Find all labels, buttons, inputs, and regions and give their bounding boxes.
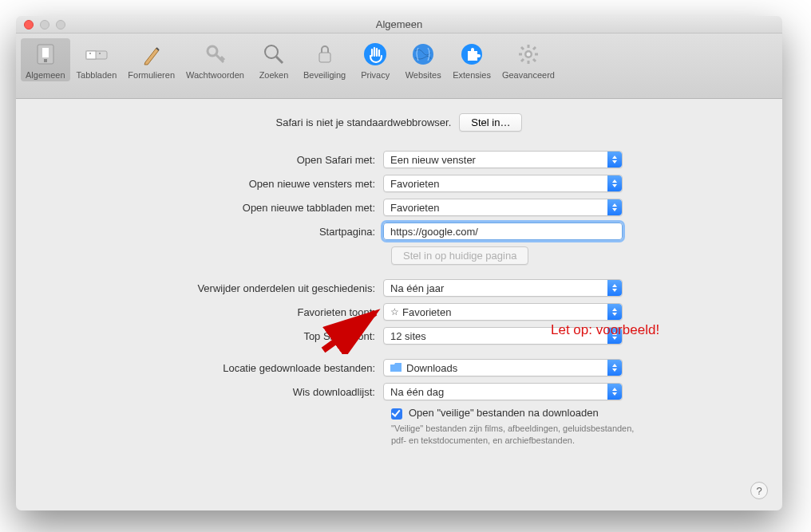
open-safari-with-label: Open Safari met:	[40, 154, 383, 166]
tab-advanced[interactable]: Geavanceerd	[497, 38, 560, 81]
folder-icon	[390, 362, 402, 374]
favorites-shows-popup[interactable]: ☆ Favorieten	[383, 303, 623, 321]
globe-icon	[410, 41, 436, 67]
popup-value: Favorieten	[390, 178, 439, 190]
open-safe-files-label: Open "veilige" bestanden na downloaden	[409, 407, 599, 419]
popup-value: Favorieten	[402, 306, 451, 318]
popup-value: Downloads	[406, 362, 457, 374]
tab-label: Algemeen	[26, 70, 65, 80]
key-icon	[203, 41, 228, 67]
open-safe-files-checkbox[interactable]	[391, 408, 402, 420]
chevron-updown-icon	[607, 152, 622, 167]
open-new-windows-label: Open nieuwe vensters met:	[40, 178, 383, 190]
svg-point-6	[99, 53, 101, 54]
window-title: Algemeen	[16, 18, 782, 30]
popup-value: Een nieuw venster	[390, 154, 476, 166]
set-to-current-page-button[interactable]: Stel in op huidige pagina	[391, 246, 528, 265]
homepage-field[interactable]: https://google.com/	[383, 223, 623, 240]
default-browser-message: Safari is niet je standaardwebbrowser.	[276, 116, 452, 128]
popup-value: 12 sites	[390, 330, 426, 342]
tab-privacy[interactable]: Privacy	[352, 38, 398, 81]
gear-icon	[516, 41, 541, 67]
general-icon	[33, 41, 58, 67]
remove-history-popup[interactable]: Na één jaar	[383, 279, 623, 297]
tab-label: Beveiliging	[303, 70, 346, 80]
tab-websites[interactable]: Websites	[400, 38, 446, 81]
popup-value: Na één dag	[390, 386, 444, 398]
svg-point-5	[89, 53, 91, 54]
search-icon	[261, 41, 287, 67]
tab-label: Zoeken	[259, 70, 289, 80]
svg-rect-1	[42, 48, 49, 57]
tab-security[interactable]: Beveiliging	[299, 38, 350, 81]
tab-autofill[interactable]: Formulieren	[123, 38, 180, 81]
topsites-shows-label: Top Sites toont:	[40, 330, 383, 342]
titlebar: Algemeen	[16, 16, 782, 33]
tab-label: Websites	[406, 70, 441, 80]
svg-point-8	[265, 45, 278, 58]
set-default-browser-button[interactable]: Stel in…	[459, 113, 522, 132]
tab-label: Tabbladen	[77, 70, 117, 80]
tab-label: Geavanceerd	[502, 70, 555, 80]
tab-label: Formulieren	[128, 70, 175, 80]
tab-search[interactable]: Zoeken	[251, 38, 297, 81]
tab-general[interactable]: Algemeen	[21, 38, 70, 81]
open-safe-files-help: "Veilige" bestanden zijn films, afbeeldi…	[391, 423, 647, 447]
tabs-icon	[84, 41, 109, 67]
popup-value: Favorieten	[390, 202, 439, 214]
clear-downloads-label: Wis downloadlijst:	[40, 386, 383, 398]
open-new-tabs-label: Open nieuwe tabbladen met:	[40, 202, 383, 214]
svg-rect-2	[44, 59, 47, 62]
clear-downloads-popup[interactable]: Na één dag	[383, 383, 623, 400]
puzzle-icon	[459, 41, 485, 67]
pen-icon	[139, 41, 164, 67]
open-new-tabs-popup[interactable]: Favorieten	[383, 199, 623, 216]
homepage-value: https://google.com/	[390, 226, 478, 238]
chevron-updown-icon	[607, 304, 622, 320]
homepage-label: Startpagina:	[40, 226, 383, 238]
favorites-shows-label: Favorieten toont:	[40, 306, 383, 318]
tab-tabs[interactable]: Tabbladen	[72, 38, 122, 81]
tab-label: Privacy	[361, 70, 390, 80]
chevron-updown-icon	[607, 199, 622, 215]
help-button[interactable]: ?	[750, 482, 768, 499]
preferences-window: Algemeen Algemeen Tabbladen Formulieren	[16, 16, 782, 510]
tab-label: Wachtwoorden	[186, 70, 244, 80]
svg-point-11	[413, 44, 433, 65]
tab-passwords[interactable]: Wachtwoorden	[181, 38, 249, 81]
lock-icon	[312, 41, 338, 67]
preferences-toolbar: Algemeen Tabbladen Formulieren Wachtwoor…	[16, 33, 782, 99]
download-location-popup[interactable]: Downloads	[383, 359, 623, 376]
star-icon: ☆	[390, 306, 399, 317]
chevron-updown-icon	[607, 360, 622, 376]
svg-point-14	[526, 53, 530, 57]
open-safari-with-popup[interactable]: Een nieuw venster	[383, 151, 623, 168]
popup-value: Na één jaar	[390, 282, 444, 294]
svg-rect-9	[319, 53, 330, 62]
open-new-windows-popup[interactable]: Favorieten	[383, 175, 623, 192]
svg-rect-4	[86, 51, 96, 59]
remove-history-label: Verwijder onderdelen uit geschiedenis:	[40, 282, 383, 294]
chevron-updown-icon	[607, 175, 622, 191]
general-pane: Safari is niet je standaardwebbrowser. S…	[16, 99, 782, 510]
chevron-updown-icon	[607, 384, 622, 400]
topsites-shows-popup[interactable]: 12 sites	[383, 327, 623, 345]
tab-label: Extensies	[453, 70, 491, 80]
hand-icon	[362, 41, 388, 67]
chevron-updown-icon	[607, 328, 622, 344]
tab-extensions[interactable]: Extensies	[448, 38, 496, 81]
download-location-label: Locatie gedownloade bestanden:	[40, 362, 383, 374]
chevron-updown-icon	[607, 280, 622, 296]
